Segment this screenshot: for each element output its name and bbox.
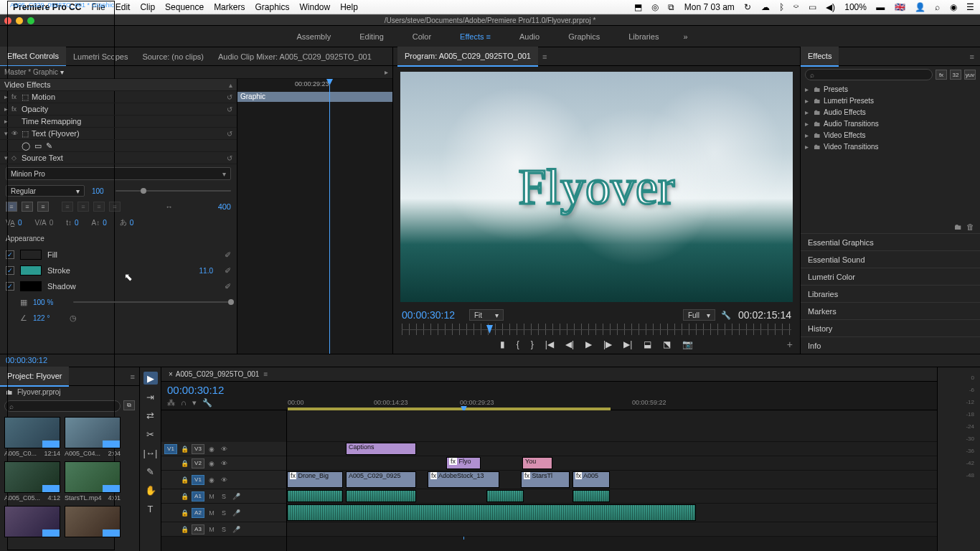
lift-button[interactable]: ⬓ [644, 339, 651, 349]
tree-audiotrans[interactable]: Audio Transitions [824, 120, 879, 128]
eyedropper-icon[interactable]: ✐ [225, 250, 231, 260]
button-editor-icon[interactable]: + [787, 339, 793, 350]
volume-icon[interactable]: ◀) [826, 2, 835, 12]
type-tool[interactable]: T [143, 502, 158, 515]
tree-audiofx[interactable]: Audio Effects [824, 108, 866, 116]
slip-tool[interactable]: |↔| [143, 446, 158, 459]
menu-edit[interactable]: Edit [116, 2, 131, 12]
export-frame-button[interactable]: 📷 [682, 339, 693, 349]
panel-menu-icon[interactable]: ≡ [263, 370, 268, 378]
align-top-button[interactable]: ≡ [62, 202, 73, 212]
clip-v1[interactable]: fx A005 [573, 471, 610, 488]
track-target-v2[interactable]: V2 [192, 458, 204, 468]
transform-icon[interactable]: ⬚ [22, 129, 29, 138]
lock-icon[interactable]: 🔒 [179, 475, 189, 485]
ws-libraries[interactable]: Libraries [624, 29, 663, 44]
project-thumb[interactable] [4, 506, 60, 537]
ec-footer-timecode[interactable]: 00:00:30:12 [0, 354, 980, 366]
fx-badge[interactable]: fx [11, 93, 22, 100]
track-target-a3[interactable]: A3 [192, 524, 204, 534]
razor-tool[interactable]: ✂ [143, 428, 158, 441]
toggle-output-icon[interactable]: ◉ [207, 444, 217, 454]
clip-v1[interactable]: fx StarsTl [521, 471, 570, 488]
preset-fx-icon[interactable]: fx [936, 70, 947, 80]
motion-row[interactable]: Motion [32, 93, 222, 101]
resolution-select[interactable]: Full▾ [683, 309, 715, 321]
side-libraries[interactable]: Libraries [801, 285, 980, 302]
clip-flyover-title[interactable]: fx Flyo [446, 457, 481, 469]
program-scrubber[interactable] [402, 324, 791, 335]
eyedropper-icon[interactable]: ✐ [225, 282, 231, 291]
lock-icon[interactable]: 🔒 [179, 444, 189, 454]
keyframe-icon[interactable]: ◇ [11, 154, 22, 161]
menu-sequence[interactable]: Sequence [165, 2, 204, 12]
panel-menu-icon[interactable]: ≡ [131, 372, 139, 381]
new-bin-icon[interactable]: 🖿 [954, 222, 962, 231]
align-bottom-button[interactable]: ≡ [93, 202, 105, 212]
timeline-timecode[interactable]: 00:00:30:12 [167, 384, 281, 396]
menu-help[interactable]: Help [340, 2, 358, 12]
spotlight-icon[interactable]: ⌕ [935, 2, 940, 12]
cc-icon[interactable]: ◎ [651, 2, 659, 12]
hand-tool[interactable]: ✋ [143, 484, 158, 496]
program-viewport[interactable]: Flyover [400, 72, 793, 302]
visibility-icon[interactable]: 👁 [11, 130, 22, 137]
track-target-a2[interactable]: A2 [192, 508, 204, 518]
side-essential-sound[interactable]: Essential Sound [801, 250, 980, 268]
lock-icon[interactable]: 🔒 [179, 508, 189, 518]
out-point-button[interactable]: } [531, 339, 534, 349]
clip-captions[interactable]: Captions [346, 443, 416, 455]
tracking-value[interactable]: 400 [218, 202, 231, 211]
toggle-output-icon[interactable]: ◉ [207, 458, 217, 468]
clip-a1[interactable] [573, 490, 610, 502]
pen-tool[interactable]: ✎ [143, 465, 158, 478]
lock-icon[interactable]: 🔒 [179, 524, 189, 534]
side-history[interactable]: History [801, 319, 980, 336]
calendar-icon[interactable]: ⧉ [668, 2, 674, 12]
panel-menu-icon[interactable]: ≡ [542, 52, 547, 61]
track-target-v3[interactable]: V3 [192, 444, 204, 454]
mic-icon[interactable]: 🎤 [231, 491, 241, 501]
stroke-width-value[interactable]: 11.0 [199, 267, 213, 275]
transform-icon[interactable]: ⬚ [22, 93, 29, 102]
twisty-icon[interactable]: ▸ [4, 118, 11, 125]
ec-go-icon[interactable]: ▸ [385, 68, 388, 76]
reset-icon[interactable]: ↺ [222, 154, 232, 162]
tree-videofx[interactable]: Video Effects [824, 131, 866, 139]
project-thumb[interactable] [65, 506, 121, 537]
clip-v1[interactable]: fx Drone_Big [287, 471, 343, 488]
sync-icon[interactable]: ☁ [761, 2, 770, 12]
track-select-tool[interactable]: ⇥ [143, 390, 158, 403]
side-essential-graphics[interactable]: Essential Graphics [801, 233, 980, 250]
ws-graphics[interactable]: Graphics [564, 29, 604, 44]
go-to-out-button[interactable]: ▶| [623, 339, 632, 349]
clip-v1[interactable]: A005_C029_0925 [346, 471, 416, 488]
source-text-row[interactable]: Source Text [22, 154, 222, 162]
pen-mask-icon[interactable]: ✎ [46, 141, 52, 151]
clip-v1[interactable]: fx AdobeStock_13 [428, 471, 499, 488]
opacity-row[interactable]: Opacity [22, 105, 222, 113]
play-button[interactable]: ▶ [585, 339, 592, 349]
toggle-output-icon[interactable]: ◉ [207, 475, 217, 485]
ws-effects[interactable]: Effects [456, 29, 495, 44]
visibility-icon[interactable]: 👁 [219, 458, 229, 468]
selection-tool[interactable]: ▶ [143, 372, 158, 385]
reset-icon[interactable]: ↺ [222, 105, 232, 113]
clip-a1[interactable] [287, 490, 343, 502]
snap-icon[interactable]: ⁂ [167, 398, 175, 408]
menu-markers[interactable]: Markers [214, 2, 245, 12]
clip-a1[interactable] [346, 490, 416, 502]
linked-selection-icon[interactable]: ∩ [181, 398, 187, 408]
battery-text[interactable]: 100% [844, 2, 867, 12]
visibility-icon[interactable]: 👁 [219, 475, 229, 485]
user-icon[interactable]: 👤 [915, 2, 925, 12]
track-target-a1[interactable]: A1 [192, 491, 204, 501]
extract-button[interactable]: ⬔ [663, 339, 671, 349]
side-info[interactable]: Info [801, 336, 980, 354]
source-patch-v1[interactable]: V1 [164, 444, 177, 454]
mark-in-button[interactable]: ▮ [500, 339, 505, 349]
project-filter-icon[interactable]: ⧉ [123, 400, 135, 410]
fx-badge[interactable]: fx [11, 105, 22, 113]
twisty-icon[interactable]: ▸ [805, 97, 811, 105]
ws-audio[interactable]: Audio [515, 29, 544, 44]
